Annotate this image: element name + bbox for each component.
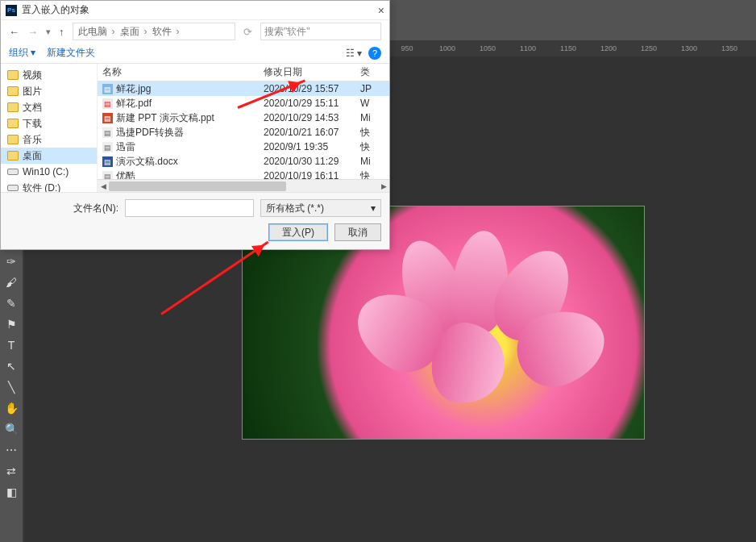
breadcrumb[interactable]: 此电脑›桌面›软件› [73,23,236,40]
file-date: 2020/10/29 14:53 [259,112,355,123]
file-type: JP [355,83,389,94]
breadcrumb-item[interactable]: 此电脑 [78,25,107,39]
file-type-icon: ▤ [102,156,113,167]
more-icon[interactable]: ⋯ [3,442,19,458]
hand-tool-icon[interactable]: ✋ [3,400,19,416]
folder-icon [7,86,19,96]
stamp-tool-icon[interactable]: ⚑ [3,316,19,332]
tree-item[interactable]: 视频 [1,67,97,83]
nav-back-icon[interactable]: ← [9,26,19,38]
tree-item-label: Win10 (C:) [23,166,69,177]
folder-icon [7,135,19,144]
breadcrumb-item[interactable]: 桌面 [120,25,139,39]
eyedropper-tool-icon[interactable]: ✑ [3,253,19,269]
file-row[interactable]: ▤鲜花.jpg2020/10/29 15:57JP [98,81,389,96]
file-type: 快 [355,126,389,140]
tree-item-label: 桌面 [23,149,42,163]
file-list: 名称 修改日期 类 ▤鲜花.jpg2020/10/29 15:57JP▤鲜花.p… [98,64,389,192]
file-type: 快 [355,140,389,154]
ruler-tick: 950 [387,44,427,52]
file-name: 优酷 [116,170,135,180]
file-row[interactable]: ▤演示文稿.docx2020/10/30 11:29Mi [98,154,389,169]
breadcrumb-sep-icon: › [144,26,147,37]
path-tool-icon[interactable]: ↖ [3,358,19,374]
line-tool-icon[interactable]: ╲ [3,379,19,395]
column-type[interactable]: 类 [355,65,389,79]
file-date: 2020/10/29 15:11 [259,98,355,109]
column-date[interactable]: 修改日期 [259,65,355,79]
drive-icon [7,185,19,191]
file-type-icon: ▤ [102,127,113,138]
close-icon[interactable]: × [378,4,384,17]
dialog-title: 置入嵌入的对象 [22,3,89,17]
place-embedded-dialog: Ps 置入嵌入的对象 × ← → ▾ ↑ 此电脑›桌面›软件› ⟳ 搜索"软件"… [0,0,390,250]
folder-tree: 视频图片文档下载音乐桌面Win10 (C:)软件 (D:)Win7 (E:) [1,64,98,192]
ruler-tick: 1150 [548,44,588,52]
tree-item[interactable]: 音乐 [1,131,97,148]
horizontal-scrollbar[interactable]: ◀ ▶ [98,179,389,192]
file-row[interactable]: ▤新建 PPT 演示文稿.ppt2020/10/29 14:53Mi [98,110,389,125]
scroll-right-icon[interactable]: ▶ [378,180,389,193]
file-name: 鲜花.pdf [116,98,152,109]
breadcrumb-item[interactable]: 软件 [152,25,172,39]
ruler-tick: 1250 [629,44,669,52]
color-swatch-icon[interactable]: ◧ [3,484,19,500]
file-list-header[interactable]: 名称 修改日期 类 [98,64,389,81]
cancel-button[interactable]: 取消 [334,223,381,241]
filename-label: 文件名(N): [73,202,118,215]
breadcrumb-sep-icon: › [177,26,180,37]
file-type-icon: ▤ [102,84,113,94]
folder-icon [7,102,19,112]
file-type-icon: ▤ [102,142,113,152]
tree-item[interactable]: 桌面 [1,148,97,164]
refresh-icon[interactable]: ⟳ [243,26,252,38]
swap-colors-icon[interactable]: ⇄ [3,463,19,479]
file-type: Mi [355,112,389,123]
scroll-thumb[interactable] [109,181,286,191]
tree-item[interactable]: 软件 (D:) [1,180,97,192]
help-icon[interactable]: ? [368,47,381,60]
photoshop-app-icon: Ps [6,5,17,16]
file-name: 迅捷PDF转换器 [116,127,184,138]
file-type-filter[interactable]: 所有格式 (*.*) ▾ [260,199,381,217]
file-date: 2020/9/1 19:35 [259,141,355,152]
tree-item-label: 软件 (D:) [23,181,60,193]
file-type-icon: ▤ [102,171,113,179]
tree-item[interactable]: 文档 [1,99,97,115]
chevron-down-icon: ▾ [371,202,376,214]
pencil-tool-icon[interactable]: ✎ [3,295,19,311]
file-date: 2020/10/21 16:07 [259,127,355,138]
ruler-tick: 1350 [709,44,750,52]
file-name: 鲜花.jpg [116,83,151,94]
tree-item-label: 图片 [23,85,42,98]
place-button[interactable]: 置入(P) [268,223,328,241]
tree-item-label: 视频 [23,69,42,82]
search-input[interactable]: 搜索"软件" [260,23,381,40]
scroll-left-icon[interactable]: ◀ [98,180,109,193]
folder-icon [7,70,19,80]
view-mode-icon[interactable]: ☷ ▾ [346,48,362,59]
chevron-down-icon[interactable]: ▾ [46,27,51,37]
filename-input[interactable] [125,199,254,217]
file-row[interactable]: ▤迅雷2020/9/1 19:35快 [98,140,389,154]
ruler-tick: 1400 [750,44,756,52]
tree-item[interactable]: Win10 (C:) [1,164,97,180]
file-row[interactable]: ▤迅捷PDF转换器2020/10/21 16:07快 [98,125,389,140]
column-name[interactable]: 名称 [98,65,259,79]
nav-up-icon[interactable]: ↑ [59,26,64,38]
zoom-tool-icon[interactable]: 🔍 [3,421,19,437]
dialog-navbar: ← → ▾ ↑ 此电脑›桌面›软件› ⟳ 搜索"软件" [1,20,389,43]
file-row[interactable]: ▤优酷2020/10/19 16:11快 [98,169,389,179]
dialog-toolbar: 组织 ▾ 新建文件夹 ☷ ▾ ? [1,43,389,64]
new-folder-button[interactable]: 新建文件夹 [47,46,95,60]
nav-forward-icon[interactable]: → [27,26,38,38]
brush-tool-icon[interactable]: 🖌 [3,274,19,290]
tree-item-label: 文档 [23,101,42,115]
ruler-tick: 1050 [467,44,508,52]
file-name: 演示文稿.docx [116,156,178,167]
type-tool-icon[interactable]: T [3,337,19,353]
tree-item[interactable]: 下载 [1,115,97,131]
organize-menu[interactable]: 组织 ▾ [9,46,35,60]
tools-panel: ✑ 🖌 ✎ ⚑ T ↖ ╲ ✋ 🔍 ⋯ ⇄ ◧ [0,250,23,542]
tree-item[interactable]: 图片 [1,83,97,99]
